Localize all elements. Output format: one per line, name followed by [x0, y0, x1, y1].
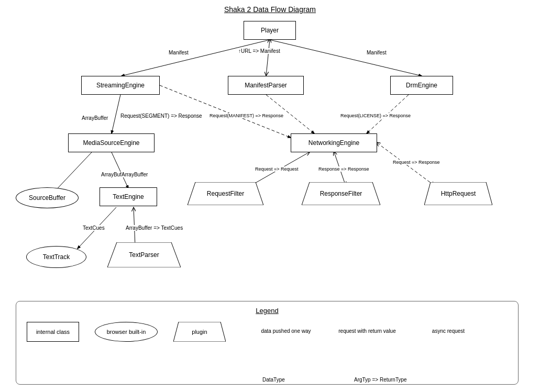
diagram-container: Shaka 2 Data Flow Diagram — [0, 0, 540, 392]
request-filter-trapezoid: RequestFilter — [188, 182, 263, 205]
legend-internal-class: internal class — [27, 322, 79, 342]
legend-box: Legend internal class browser built-in p… — [16, 301, 519, 385]
request-segment-label: Request(SEGMENT) => Response — [120, 113, 202, 119]
legend-data-pushed: data pushed one way — [257, 328, 315, 336]
arraybuffer-textcues-label: ArrayBuffer => TextCues — [126, 225, 183, 231]
text-parser-trapezoid: TextParser — [107, 242, 181, 267]
manifest-parser-box: ManifestParser — [228, 76, 304, 95]
networking-engine-box: NetworkingEngine — [291, 133, 377, 152]
text-engine-box: TextEngine — [100, 187, 157, 206]
textcues-label: TextCues — [83, 225, 105, 231]
request-manifest-label: Request(MANIFEST) => Response — [210, 113, 283, 118]
legend-argtyp-label: ArgTyp => ReturnType — [354, 377, 407, 383]
svg-line-2 — [270, 40, 422, 76]
legend-title: Legend — [27, 307, 508, 315]
legend-async-request: async request — [420, 328, 477, 336]
drm-engine-box: DrmEngine — [390, 76, 453, 95]
request-license-label: Request(LICENSE) => Response — [340, 113, 411, 118]
source-buffer-ellipse: SourceBuffer — [16, 187, 79, 208]
svg-line-8 — [112, 152, 128, 188]
manifest1-label: Manifest — [169, 50, 189, 55]
svg-line-1 — [266, 40, 270, 76]
arraybuffer3-label: ArrayBuffer — [122, 172, 148, 177]
legend-request-return: request with return value — [330, 328, 404, 336]
text-track-ellipse: TextTrack — [26, 246, 86, 268]
request-req-label: Request => Request — [255, 166, 299, 172]
response-resp-label: Response => Response — [318, 166, 369, 172]
manifest2-label: Manifest — [367, 50, 387, 55]
url-manifest-label: ↑URL => Manifest — [238, 48, 280, 54]
arraybuffer1-label: ArrayBuffer — [82, 115, 108, 121]
request-response-label: Request => Response — [393, 160, 440, 165]
http-request-trapezoid: HttpRequest — [424, 182, 492, 205]
legend-browser-builtin: browser built-in — [95, 322, 158, 342]
svg-line-0 — [122, 40, 270, 76]
media-source-engine-box: MediaSourceEngine — [68, 133, 155, 152]
diagram-title: Shaka 2 Data Flow Diagram — [0, 5, 540, 14]
legend-datatype-label: DataType — [262, 377, 285, 383]
legend-plugin: plugin — [173, 322, 226, 342]
streaming-engine-box: StreamingEngine — [81, 76, 160, 95]
player-box: Player — [244, 21, 296, 40]
svg-line-3 — [112, 95, 120, 133]
response-filter-trapezoid: ResponseFilter — [302, 182, 380, 205]
svg-line-7 — [55, 152, 92, 191]
